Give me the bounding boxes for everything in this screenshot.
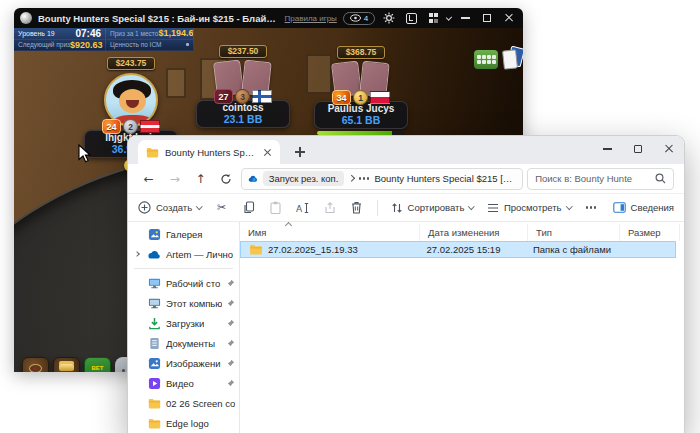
table-grid-button[interactable] [425,10,441,26]
rules-link[interactable]: Правила игры [285,14,337,23]
sidebar-item-videos[interactable]: Видео [128,373,239,393]
command-bar: Создать ✂ A Сортировать [128,194,684,222]
new-button[interactable]: Создать [138,201,202,214]
tab-close-icon[interactable] [263,148,272,157]
poker-window-title: Bounty Hunters Special $215 : Бай-ин $21… [38,13,279,24]
observers-pill[interactable]: 4 [343,12,375,25]
desktop: Bounty Hunters Special $215 : Бай-ин $21… [0,0,700,433]
details-button[interactable]: Сведения [613,202,674,213]
observer-count: 4 [364,14,368,23]
trash-icon [351,201,362,214]
player-plate: Paulius Jucys 65.1 BB [314,101,408,129]
sidebar-item-folder[interactable]: 02 26 Screen co [128,393,239,413]
search-input[interactable]: Поиск в: Bounty Hunte [527,168,674,190]
close-button[interactable] [664,144,674,154]
breadcrumb-overflow-icon[interactable] [359,177,370,179]
desktop-icon [148,277,161,290]
file-modified: 27.02.2025 15:19 [418,242,525,257]
back-button[interactable]: ← [138,168,160,190]
finland-flag-icon [252,90,272,103]
rename-button[interactable]: A [296,201,310,215]
pin-icon [227,379,235,387]
sidebar-item-this-pc[interactable]: Этот компью [128,293,239,313]
poker-close-button[interactable] [501,10,517,26]
icm-label: Ценность по ICM [110,41,162,48]
pin-icon [227,299,235,307]
bet-keypad-icon[interactable] [474,50,498,69]
sidebar-item-label: Artem — Лично [166,249,235,260]
expand-chevron-icon[interactable] [134,251,140,257]
poker-footer-icons: CASINO BETFLOP [22,357,142,372]
refresh-icon [220,173,232,185]
table-row-selected[interactable]: 27.02.2025_15.19.33 27.02.2025 15:19 Пап… [240,241,676,258]
bounty-amount: $237.50 [219,45,268,58]
sidebar-item-desktop[interactable]: Рабочий сто [128,273,239,293]
toolbar-divider [377,200,378,216]
folder-icon [148,417,161,430]
share-button[interactable] [323,201,337,215]
sidebar-item-folder[interactable]: Edge logo [128,413,239,433]
column-header-name[interactable]: Имя [240,224,420,241]
mouse-cursor [78,144,92,164]
sidebar-item-pictures[interactable]: Изображени [128,353,239,373]
breadcrumb-current[interactable]: Bounty Hunters Special $215 [27.02.2025] [374,173,516,184]
paste-icon [270,201,281,214]
details-pane-icon [613,202,626,213]
sidebar-item-label: Изображени [166,358,222,369]
sidebar-item-gallery[interactable]: Галерея [128,224,239,244]
navigation-pane: Галерея Artem — Лично Рабочий сто Этот к… [128,222,240,433]
paste-button[interactable] [269,201,283,215]
breadcrumb-chevron-icon[interactable] [348,175,354,181]
casino-icon[interactable]: CASINO [22,357,49,372]
pin-icon [227,359,235,367]
maximize-button[interactable] [634,145,642,153]
explorer-tab[interactable]: Bounty Hunters Special $215 [ [138,140,280,164]
grid-icon [429,13,439,23]
settings-button[interactable] [381,10,397,26]
tab-title: Bounty Hunters Special $215 [ [165,147,257,158]
minimize-button[interactable] [603,148,612,149]
refresh-button[interactable] [215,168,237,190]
folder-icon [148,397,161,410]
player-plate: cointoss 23.1 BB [196,100,290,128]
sidebar-item-label: Рабочий сто [166,278,222,289]
breadcrumb-pinned[interactable]: Запуск рез. коп. [263,171,345,186]
flop-label: FLOP [90,371,106,373]
cut-button[interactable]: ✂ [215,201,229,215]
forward-button[interactable]: → [164,168,186,190]
poker-minimize-button[interactable] [457,10,473,26]
up-button[interactable]: ↑ [190,168,212,190]
delete-button[interactable] [350,201,364,215]
new-tab-button[interactable] [292,144,308,160]
chevron-down-icon[interactable] [446,14,452,20]
betflop-icon[interactable]: BETFLOP [84,357,111,372]
new-button-label: Создать [156,202,192,213]
backup-cloud-icon [248,174,258,183]
sidebar-divider [134,268,233,269]
next-prize-label: Следующий приз [18,41,70,48]
videos-icon [148,377,161,390]
column-header-type[interactable]: Тип [528,224,620,241]
sidebar-item-onedrive[interactable]: Artem — Лично [128,244,239,264]
poker-app-icon [20,12,32,24]
roulette-icon[interactable] [53,357,80,372]
sort-button[interactable]: Сортировать [391,202,474,214]
more-button[interactable] [584,201,598,215]
layout-l-icon [406,13,417,24]
details-button-label: Сведения [631,202,674,213]
card-deck-icon [503,47,523,71]
file-name: 27.02.2025_15.19.33 [268,244,358,255]
address-field[interactable]: Запуск рез. коп. Bounty Hunters Special … [241,168,523,190]
bounty-amount: $243.75 [107,57,156,70]
sidebar-item-documents[interactable]: Документы [128,333,239,353]
copy-button[interactable] [242,201,256,215]
layout-button[interactable] [403,10,419,26]
file-size [616,242,675,257]
poker-maximize-button[interactable] [479,10,495,26]
column-header-modified[interactable]: Дата изменения [420,224,528,241]
file-type: Папка с файлами [525,242,616,257]
view-button[interactable]: Просмотреть [487,202,571,213]
pin-icon [227,279,235,287]
sidebar-item-downloads[interactable]: Загрузки [128,313,239,333]
column-header-size[interactable]: Размер [620,224,680,241]
